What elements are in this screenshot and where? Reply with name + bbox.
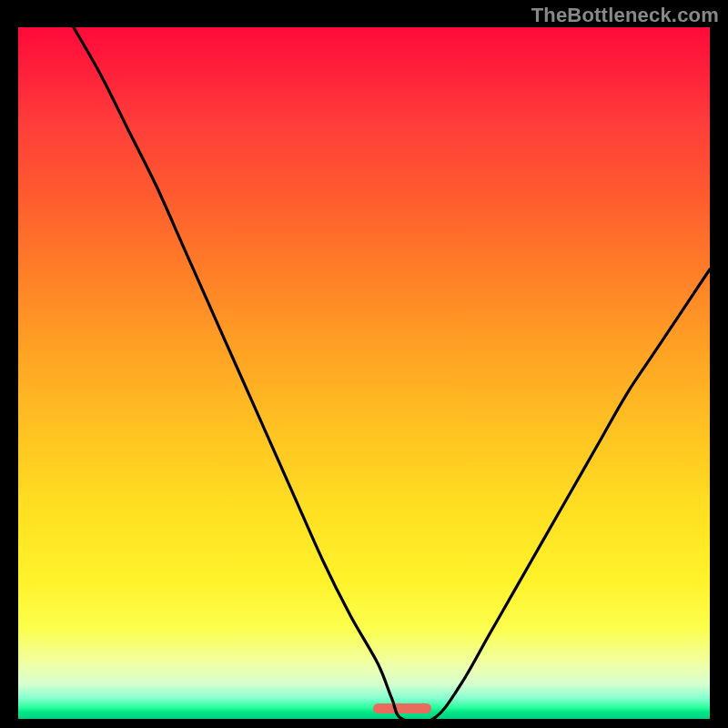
- plot-area: [18, 27, 710, 719]
- bottleneck-curve: [18, 27, 710, 719]
- chart-frame: TheBottleneck.com: [0, 0, 728, 728]
- watermark-text: TheBottleneck.com: [531, 4, 719, 27]
- curve-path: [74, 27, 710, 719]
